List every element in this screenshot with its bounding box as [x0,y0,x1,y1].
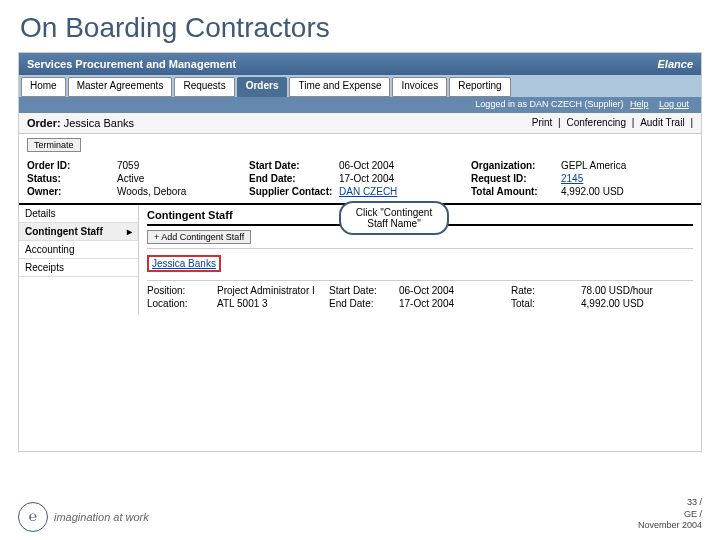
footer-date: November 2004 [638,520,702,532]
sidebar-item-accounting[interactable]: Accounting [19,241,138,259]
detail-end-date-label: End Date: [329,298,399,309]
staff-detail-grid: Position:Project Administrator I Locatio… [147,280,693,311]
order-id-value: 7059 [117,160,139,171]
tab-home[interactable]: Home [21,77,66,97]
start-date-value: 06-Oct 2004 [339,160,394,171]
side-menu: Details Contingent Staff ▸ Accounting Re… [19,205,139,315]
total-amount-value: 4,992.00 USD [561,186,624,197]
footer-tagline: imagination at work [54,511,149,523]
audit-trail-action[interactable]: Audit Trail [640,117,684,128]
rate-value: 78.00 USD/hour [581,285,653,296]
order-name: Jessica Banks [64,117,134,129]
sidebar-item-label: Contingent Staff [25,226,103,237]
status-label: Status: [27,173,117,184]
tab-master-agreements[interactable]: Master Agreements [68,77,173,97]
tab-requests[interactable]: Requests [174,77,234,97]
tab-time-expense[interactable]: Time and Expense [289,77,390,97]
location-value: ATL 5001 3 [217,298,268,309]
sidebar-item-contingent-staff[interactable]: Contingent Staff ▸ [19,223,138,241]
organization-label: Organization: [471,160,561,171]
position-label: Position: [147,285,217,296]
location-label: Location: [147,298,217,309]
slide-footer: ℮ imagination at work 33 / GE / November… [18,497,702,532]
order-actions: Print | Conferencing | Audit Trail | [529,117,693,129]
page-number: 33 / [638,497,702,509]
total-label: Total: [511,298,581,309]
print-action[interactable]: Print [532,117,553,128]
sub-bar: Logged in as DAN CZECH (Supplier) Help L… [19,97,701,113]
order-header: Order: Jessica Banks Print | Conferencin… [19,113,701,134]
main-panel: Click "Contingent Staff Name" Contingent… [139,205,701,315]
order-id-label: Order ID: [27,160,117,171]
supplier-contact-value[interactable]: DAN CZECH [339,186,397,197]
start-date-label: Start Date: [249,160,339,171]
total-amount-label: Total Amount: [471,186,561,197]
order-info-grid: Order ID:7059 Status:Active Owner:Woods,… [19,156,701,205]
status-value: Active [117,173,144,184]
content-area: Details Contingent Staff ▸ Accounting Re… [19,205,701,315]
company-label: GE / [638,509,702,521]
position-value: Project Administrator I [217,285,315,296]
detail-start-date-value: 06-Oct 2004 [399,285,454,296]
logged-in-text: Logged in as DAN CZECH (Supplier) [475,99,623,109]
organization-value: GEPL America [561,160,626,171]
detail-end-date-value: 17-Oct 2004 [399,298,454,309]
request-id-label: Request ID: [471,173,561,184]
order-label: Order: [27,117,61,129]
nav-tabs: Home Master Agreements Requests Orders T… [19,75,701,97]
total-value: 4,992.00 USD [581,298,644,309]
logout-link[interactable]: Log out [659,99,689,109]
callout-bubble: Click "Contingent Staff Name" [339,201,449,235]
sidebar-item-receipts[interactable]: Receipts [19,259,138,277]
request-id-value[interactable]: 2145 [561,173,583,184]
tab-reporting[interactable]: Reporting [449,77,510,97]
slide-title: On Boarding Contractors [0,0,720,52]
app-window: Services Procurement and Management Elan… [18,52,702,452]
ge-logo: ℮ [18,502,48,532]
app-brand: Elance [658,58,693,70]
end-date-label: End Date: [249,173,339,184]
staff-name-link[interactable]: Jessica Banks [147,255,221,272]
owner-label: Owner: [27,186,117,197]
add-contingent-staff-button[interactable]: + Add Contingent Staff [147,230,251,244]
app-title: Services Procurement and Management [27,58,236,70]
sidebar-item-details[interactable]: Details [19,205,138,223]
owner-value: Woods, Debora [117,186,186,197]
tab-invoices[interactable]: Invoices [392,77,447,97]
terminate-button[interactable]: Terminate [27,138,81,152]
detail-start-date-label: Start Date: [329,285,399,296]
chevron-right-icon: ▸ [127,226,132,237]
rate-label: Rate: [511,285,581,296]
app-header: Services Procurement and Management Elan… [19,53,701,75]
conferencing-action[interactable]: Conferencing [567,117,626,128]
end-date-value: 17-Oct 2004 [339,173,394,184]
supplier-contact-label: Supplier Contact: [249,186,339,197]
tab-orders[interactable]: Orders [237,77,288,97]
help-link[interactable]: Help [630,99,649,109]
